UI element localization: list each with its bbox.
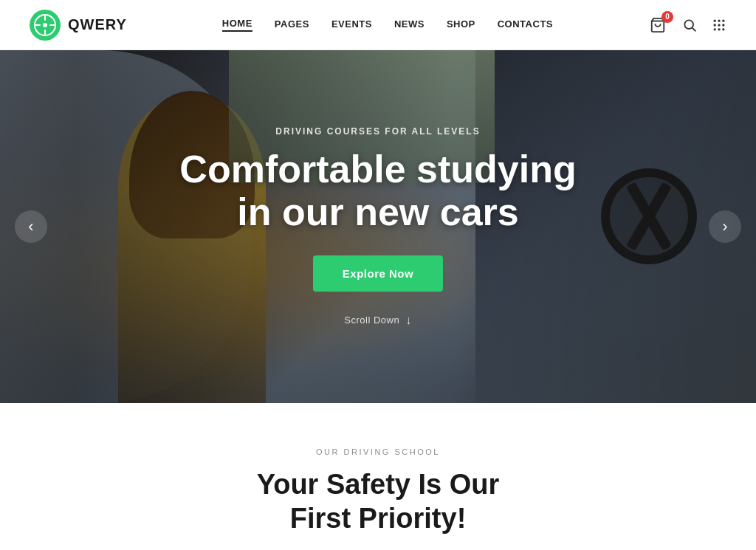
logo[interactable]: QWERY xyxy=(30,10,127,41)
intro-section: OUR DRIVING SCHOOL Your Safety Is Our Fi… xyxy=(0,403,756,550)
arrow-right-icon: › xyxy=(722,217,727,236)
header-actions: 0 xyxy=(648,16,726,35)
grid-icon xyxy=(712,18,726,32)
svg-point-16 xyxy=(713,28,715,30)
nav-home[interactable]: HOME xyxy=(222,18,252,32)
intro-title-line2: First Priority! xyxy=(290,503,467,534)
hero-next-button[interactable]: › xyxy=(709,210,741,243)
arrow-left-icon: ‹ xyxy=(28,217,33,236)
intro-title: Your Safety Is Our First Priority! xyxy=(201,468,555,535)
svg-line-9 xyxy=(693,27,696,31)
explore-button[interactable]: Explore Now xyxy=(313,255,443,292)
hero-title-line1: Comfortable studying xyxy=(179,148,576,190)
svg-point-13 xyxy=(713,24,715,26)
hero-title: Comfortable studying in our new cars xyxy=(179,148,576,233)
svg-point-12 xyxy=(722,19,724,21)
nav-news[interactable]: NEWS xyxy=(394,18,425,31)
intro-tag: OUR DRIVING SCHOOL xyxy=(30,447,726,456)
hero-content: DRIVING COURSES FOR ALL LEVELS Comfortab… xyxy=(165,126,591,326)
grid-menu-button[interactable] xyxy=(712,18,726,32)
search-icon xyxy=(682,18,697,32)
svg-point-17 xyxy=(718,28,720,30)
hero-title-line2: in our new cars xyxy=(237,190,518,233)
hero-section: ‹ DRIVING COURSES FOR ALL LEVELS Comfort… xyxy=(0,50,756,403)
hero-prev-button[interactable]: ‹ xyxy=(15,210,47,243)
svg-point-18 xyxy=(722,28,724,30)
cart-badge: 0 xyxy=(662,11,673,23)
header: QWERY HOME PAGES EVENTS NEWS SHOP CONTAC… xyxy=(0,0,756,50)
scroll-down-icon: ↓ xyxy=(405,314,412,327)
scroll-down[interactable]: Scroll Down ↓ xyxy=(179,314,576,327)
search-button[interactable] xyxy=(682,18,697,32)
intro-title-line1: Your Safety Is Our xyxy=(257,469,500,500)
svg-point-8 xyxy=(684,20,693,29)
nav-shop[interactable]: SHOP xyxy=(447,18,475,31)
svg-point-11 xyxy=(718,19,720,21)
hero-subtitle: DRIVING COURSES FOR ALL LEVELS xyxy=(179,126,576,137)
scroll-label: Scroll Down xyxy=(344,314,399,326)
svg-point-10 xyxy=(713,19,715,21)
svg-point-15 xyxy=(722,24,724,26)
main-nav: HOME PAGES EVENTS NEWS SHOP CONTACTS xyxy=(222,18,553,32)
logo-icon xyxy=(30,10,61,41)
svg-point-2 xyxy=(43,23,47,27)
cart-button[interactable]: 0 xyxy=(648,16,667,35)
logo-text: QWERY xyxy=(68,16,127,33)
nav-contacts[interactable]: CONTACTS xyxy=(498,18,553,31)
nav-pages[interactable]: PAGES xyxy=(275,18,309,31)
svg-point-14 xyxy=(718,24,720,26)
nav-events[interactable]: EVENTS xyxy=(331,18,372,31)
